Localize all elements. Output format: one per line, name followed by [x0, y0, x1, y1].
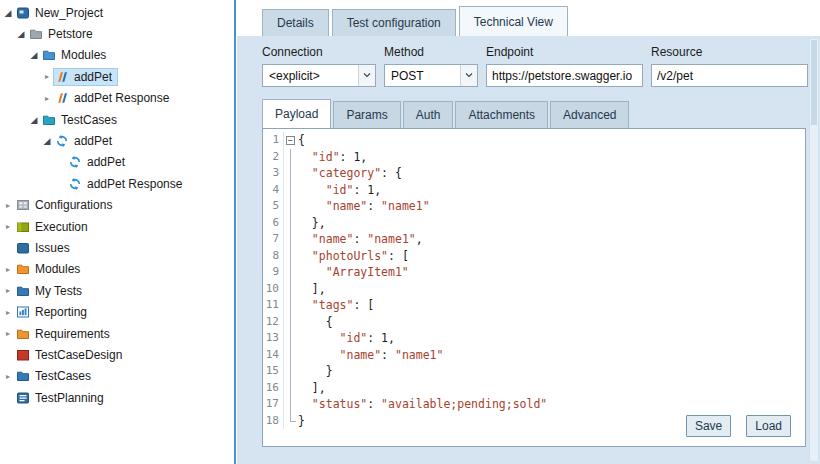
tree-node[interactable]: addPet: [53, 132, 118, 150]
tree-node[interactable]: My Tests: [14, 282, 88, 300]
code-line[interactable]: 6 },: [263, 215, 805, 232]
tree-item-label: Requirements: [32, 327, 110, 341]
code-line[interactable]: 5 "name": "name1": [263, 198, 805, 215]
connection-select[interactable]: <explicit>: [262, 64, 376, 87]
line-number: 10: [263, 281, 284, 298]
tree-node[interactable]: TestCases: [14, 367, 97, 385]
tree-node[interactable]: Execution: [14, 218, 94, 236]
payload-editor[interactable]: 1−{2 "id": 1,3 "category": {4 "id": 1,5 …: [262, 128, 806, 447]
code-line[interactable]: 17 "status": "available;pending;sold": [263, 396, 805, 413]
tree-node[interactable]: TestPlanning: [14, 389, 110, 407]
fold-guide: [284, 347, 298, 364]
load-button[interactable]: Load: [746, 415, 791, 437]
tree-item-reporting[interactable]: ▸Reporting: [0, 301, 233, 322]
subtab-auth[interactable]: Auth: [403, 101, 454, 128]
tree-item-modules[interactable]: ▸Modules: [0, 259, 233, 280]
tree-item-execution[interactable]: ▸Execution: [0, 216, 233, 237]
save-button[interactable]: Save: [686, 415, 731, 437]
tree-node[interactable]: Configurations: [14, 196, 118, 214]
tree-item-addpet[interactable]: ▸addPet: [0, 66, 233, 87]
code-line[interactable]: 1−{: [263, 132, 805, 149]
code-line[interactable]: 10 ],: [263, 281, 805, 298]
tree-item-issues[interactable]: Issues: [0, 237, 233, 258]
tree-collapsed-arrow[interactable]: ▸: [41, 72, 53, 81]
tree-node[interactable]: Issues: [14, 239, 76, 257]
chevron-down-icon[interactable]: [358, 65, 375, 86]
code-line[interactable]: 13 "id": 1,: [263, 330, 805, 347]
tree-collapsed-arrow[interactable]: ▸: [2, 286, 14, 295]
tree-expanded-arrow[interactable]: ◢: [15, 29, 27, 39]
fold-guide: [284, 363, 298, 380]
code-line[interactable]: 11 "tags": [: [263, 297, 805, 314]
code-line[interactable]: 16 ],: [263, 380, 805, 397]
tree-node[interactable]: addPet Response: [66, 175, 188, 193]
code-line[interactable]: 2 "id": 1,: [263, 149, 805, 166]
tree-item-requirements[interactable]: ▸Requirements: [0, 323, 233, 344]
tree-item-addpet-response[interactable]: addPet Response: [0, 173, 233, 194]
code-line[interactable]: 14 "name": "name1": [263, 347, 805, 364]
panel-scrollbar[interactable]: [809, 38, 819, 462]
tree-node[interactable]: Reporting: [14, 303, 93, 321]
tree-node[interactable]: addPet Response: [53, 89, 175, 107]
tree-node[interactable]: Petstore: [27, 25, 99, 43]
tree-expanded-arrow[interactable]: ◢: [28, 115, 40, 125]
tree-item-addpet-response[interactable]: ▸addPet Response: [0, 88, 233, 109]
tree-item-configurations[interactable]: ▸Configurations: [0, 195, 233, 216]
tree-collapsed-arrow[interactable]: ▸: [2, 372, 14, 381]
subtab-advanced[interactable]: Advanced: [550, 101, 629, 128]
tree-item-label: Issues: [32, 241, 70, 255]
code-line[interactable]: 4 "id": 1,: [263, 182, 805, 199]
tree-node[interactable]: Modules: [40, 46, 112, 64]
tree-item-addpet[interactable]: ◢addPet: [0, 130, 233, 151]
tree-collapsed-arrow[interactable]: ▸: [2, 308, 14, 317]
tree-node[interactable]: TestCases: [40, 111, 123, 129]
code-text: {: [298, 132, 305, 149]
subtab-payload[interactable]: Payload: [262, 99, 331, 128]
chevron-down-icon[interactable]: [460, 65, 477, 86]
tab-test-configuration[interactable]: Test configuration: [332, 9, 456, 36]
tree-node[interactable]: Requirements: [14, 325, 116, 343]
tab-technical-view[interactable]: Technical View: [459, 6, 568, 36]
fold-guide: [284, 297, 298, 314]
tree-item-modules[interactable]: ◢Modules: [0, 45, 233, 66]
tree-node[interactable]: Modules: [14, 260, 86, 278]
method-select[interactable]: POST: [384, 64, 478, 87]
tab-details[interactable]: Details: [262, 9, 329, 36]
app-window: ◢New_Project◢Petstore◢Modules▸addPet▸add…: [0, 0, 820, 464]
tree-item-addpet[interactable]: addPet: [0, 152, 233, 173]
subtab-params[interactable]: Params: [333, 101, 400, 128]
tree-item-my-tests[interactable]: ▸My Tests: [0, 280, 233, 301]
scrollbar-thumb[interactable]: [811, 40, 817, 125]
code-line[interactable]: 3 "category": {: [263, 165, 805, 182]
resource-input[interactable]: [651, 64, 808, 87]
tree-expanded-arrow[interactable]: ◢: [2, 8, 14, 18]
endpoint-input[interactable]: [486, 64, 643, 87]
tree-node[interactable]: New_Project: [14, 4, 109, 22]
subtab-attachments[interactable]: Attachments: [455, 101, 548, 128]
tree-collapsed-arrow[interactable]: ▸: [41, 94, 53, 103]
fold-collapse-icon[interactable]: −: [284, 132, 298, 149]
tree-collapsed-arrow[interactable]: ▸: [2, 265, 14, 274]
tree-item-testcases[interactable]: ▸TestCases: [0, 366, 233, 387]
code-line[interactable]: 12 {: [263, 314, 805, 331]
tree-item-testcasedesign[interactable]: TestCaseDesign: [0, 344, 233, 365]
fold-minus-icon[interactable]: −: [286, 136, 295, 145]
tree-item-label: addPet Response: [71, 91, 169, 105]
tree-node[interactable]: addPet: [53, 68, 118, 86]
code-line[interactable]: 7 "name": "name1",: [263, 231, 805, 248]
tree-item-petstore[interactable]: ◢Petstore: [0, 23, 233, 44]
code-line[interactable]: 9 "ArrayItem1": [263, 264, 805, 281]
tree-expanded-arrow[interactable]: ◢: [41, 136, 53, 146]
tree-collapsed-arrow[interactable]: ▸: [2, 201, 14, 210]
tree-collapsed-arrow[interactable]: ▸: [2, 222, 14, 231]
tree-item-testplanning[interactable]: TestPlanning: [0, 387, 233, 408]
tree-item-label: TestCaseDesign: [32, 348, 122, 362]
tree-node[interactable]: addPet: [66, 153, 131, 171]
tree-expanded-arrow[interactable]: ◢: [28, 50, 40, 60]
tree-item-new_project[interactable]: ◢New_Project: [0, 2, 233, 23]
tree-collapsed-arrow[interactable]: ▸: [2, 329, 14, 338]
tree-item-testcases[interactable]: ◢TestCases: [0, 109, 233, 130]
tree-node[interactable]: TestCaseDesign: [14, 346, 128, 364]
code-line[interactable]: 8 "photoUrls": [: [263, 248, 805, 265]
code-line[interactable]: 15 }: [263, 363, 805, 380]
